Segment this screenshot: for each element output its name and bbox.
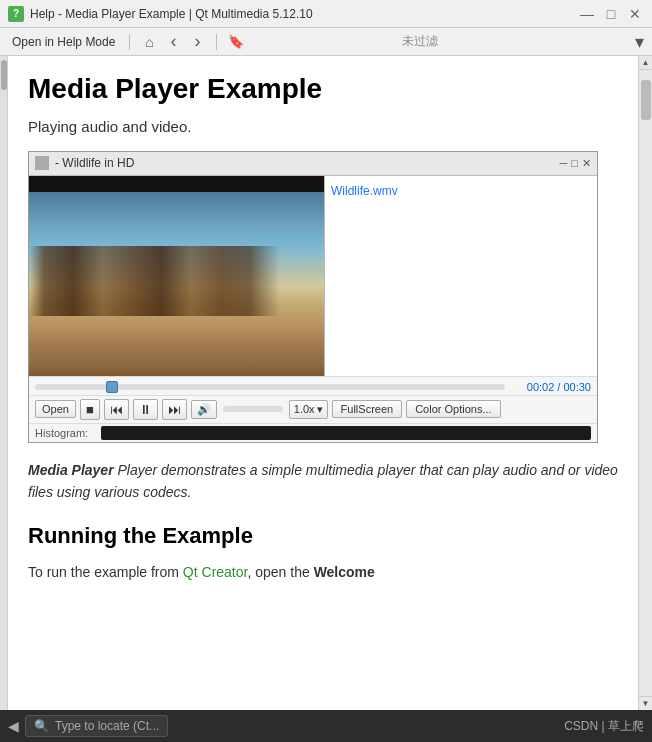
bottom-left: ◀ 🔍 Type to locate (Ct... [8, 715, 168, 737]
time-display: 00:02 / 00:30 [511, 381, 591, 393]
player-title-bar: - Wildlife in HD ─ □ ✕ [29, 152, 597, 176]
body-text-middle: , open the [247, 564, 313, 580]
fullscreen-button[interactable]: FullScreen [332, 400, 403, 418]
title-bar: ? Help - Media Player Example | Qt Multi… [0, 0, 652, 28]
playlist-panel: Wildlife.wmv [324, 176, 597, 376]
player-minimize-button[interactable]: ─ [560, 157, 568, 170]
seek-slider[interactable] [35, 384, 505, 390]
qt-creator-link[interactable]: Qt Creator [183, 564, 248, 580]
toolbar-separator-2 [216, 34, 217, 50]
histogram-label: Histogram: [35, 427, 95, 439]
bottom-left-arrow: ◀ [8, 718, 19, 734]
player-slider-row: 00:02 / 00:30 [29, 376, 597, 395]
bottom-right-text: CSDN | 草上爬 [564, 718, 644, 735]
toolbar-separator [129, 34, 130, 50]
toolbar: Open in Help Mode ⌂ ‹ › 🔖 未过滤 ▾ [0, 28, 652, 56]
body-text-bold: Welcome [314, 564, 375, 580]
scroll-down-button[interactable]: ▼ [639, 696, 653, 710]
window-controls: — □ ✕ [578, 5, 644, 23]
page-title: Media Player Example [28, 72, 618, 106]
scrollbar-thumb[interactable] [641, 80, 651, 120]
player-window-title: - Wildlife in HD [55, 156, 134, 170]
skip-back-button[interactable]: ⏮ [104, 399, 129, 420]
player-title-left: - Wildlife in HD [35, 156, 134, 170]
video-frame [29, 176, 324, 376]
left-scrollbar [0, 56, 8, 710]
histogram-bar [101, 426, 591, 440]
filter-text: 未过滤 [402, 33, 438, 50]
subtitle: Playing audio and video. [28, 118, 618, 135]
player-body: Wildlife.wmv [29, 176, 597, 376]
volume-slider[interactable] [223, 406, 283, 412]
right-scrollbar: ▲ ▼ [638, 56, 652, 710]
skip-forward-button[interactable]: ⏭ [162, 399, 187, 420]
scroll-thumb [1, 60, 7, 90]
volume-button[interactable]: 🔊 [191, 400, 217, 419]
app-icon: ? [8, 6, 24, 22]
speed-value: 1.0x [294, 403, 315, 415]
player-app-icon [35, 156, 49, 170]
search-placeholder: Type to locate (Ct... [55, 719, 159, 733]
description-title: Media Player [28, 462, 114, 478]
body-text-start: To run the example from [28, 564, 183, 580]
pause-button[interactable]: ⏸ [133, 399, 158, 420]
open-help-mode-button[interactable]: Open in Help Mode [8, 33, 119, 51]
stop-button[interactable]: ■ [80, 399, 100, 420]
bookmark-icon[interactable]: 🔖 [227, 33, 245, 51]
search-box[interactable]: 🔍 Type to locate (Ct... [25, 715, 168, 737]
color-options-button[interactable]: Color Options... [406, 400, 500, 418]
player-title-controls: ─ □ ✕ [560, 157, 591, 170]
player-maximize-button[interactable]: □ [571, 157, 578, 170]
histogram-row: Histogram: [29, 423, 597, 442]
scroll-up-button[interactable]: ▲ [639, 56, 653, 70]
horses-silhouette [29, 246, 324, 316]
bottom-bar: ◀ 🔍 Type to locate (Ct... CSDN | 草上爬 [0, 710, 652, 742]
back-icon[interactable]: ‹ [164, 33, 182, 51]
minimize-button[interactable]: — [578, 5, 596, 23]
speed-dropdown-icon: ▾ [317, 403, 323, 416]
content-area: Media Player Example Playing audio and v… [8, 56, 638, 710]
description-body: Player demonstrates a simple multimedia … [28, 462, 618, 500]
playlist-item[interactable]: Wildlife.wmv [331, 182, 591, 200]
title-bar-left: ? Help - Media Player Example | Qt Multi… [8, 6, 313, 22]
maximize-button[interactable]: □ [602, 5, 620, 23]
video-display [29, 176, 324, 376]
scroll-down-icon[interactable]: ▾ [635, 31, 644, 53]
player-window: - Wildlife in HD ─ □ ✕ Wildlife.wmv [28, 151, 598, 443]
body-text: To run the example from Qt Creator, open… [28, 561, 618, 583]
player-controls-row: Open ■ ⏮ ⏸ ⏭ 🔊 1.0x ▾ FullScreen Color O… [29, 395, 597, 423]
scrollbar-track [639, 70, 652, 696]
section-title: Running the Example [28, 523, 618, 549]
speed-selector[interactable]: 1.0x ▾ [289, 400, 328, 419]
description-text: Media Player Player demonstrates a simpl… [28, 459, 618, 504]
open-file-button[interactable]: Open [35, 400, 76, 418]
window-title: Help - Media Player Example | Qt Multime… [30, 7, 313, 21]
home-icon[interactable]: ⌂ [140, 33, 158, 51]
search-icon: 🔍 [34, 719, 49, 733]
main-area: Media Player Example Playing audio and v… [0, 56, 652, 710]
seek-thumb [106, 381, 118, 393]
close-button[interactable]: ✕ [626, 5, 644, 23]
forward-icon[interactable]: › [188, 33, 206, 51]
player-close-button[interactable]: ✕ [582, 157, 591, 170]
